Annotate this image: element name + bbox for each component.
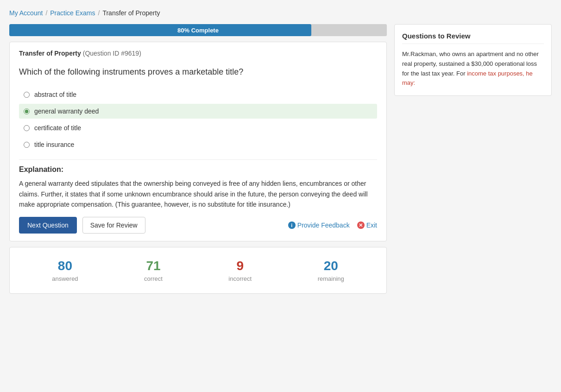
stats-card: 80 answered 71 correct 9 incorrect 20 re… — [9, 247, 387, 294]
question-text: Which of the following instruments prove… — [19, 66, 377, 78]
question-id: (Question ID #9619) — [83, 50, 141, 57]
breadcrumb-separator-1: / — [45, 9, 47, 17]
option-label-1[interactable]: abstract of title — [34, 91, 76, 98]
option-1[interactable]: abstract of title — [19, 87, 377, 102]
stat-incorrect-value: 9 — [228, 259, 252, 273]
explanation-text: A general warranty deed stipulates that … — [19, 178, 377, 209]
option-label-2[interactable]: general warranty deed — [34, 107, 99, 115]
right-panel: Questions to Review Mr.Rackman, who owns… — [394, 24, 552, 96]
stat-incorrect-label: incorrect — [228, 275, 252, 282]
review-card-title: Questions to Review — [402, 32, 544, 44]
stat-incorrect: 9 incorrect — [228, 259, 252, 282]
exit-icon: ✕ — [357, 221, 365, 229]
explanation-section: Explanation: A general warranty deed sti… — [19, 165, 377, 209]
info-icon: i — [288, 221, 296, 229]
action-right: i Provide Feedback ✕ Exit — [288, 221, 377, 229]
stat-remaining-label: remaining — [318, 275, 344, 282]
action-bar: Next Question Save for Review i Provide … — [19, 217, 377, 234]
option-radio-1[interactable] — [24, 92, 30, 98]
save-for-review-button[interactable]: Save for Review — [82, 217, 145, 234]
option-radio-4[interactable] — [24, 142, 30, 148]
option-radio-3[interactable] — [24, 125, 30, 131]
progress-bar-container: 80% Complete — [9, 24, 387, 36]
breadcrumb-current: Transfer of Property — [102, 9, 160, 17]
question-header: Transfer of Property (Question ID #9619) — [19, 50, 377, 61]
option-label-4[interactable]: title insurance — [34, 141, 74, 148]
stat-answered-label: answered — [52, 275, 78, 282]
exit-link[interactable]: ✕ Exit — [357, 221, 377, 229]
stat-remaining-value: 20 — [318, 259, 344, 273]
option-4[interactable]: title insurance — [19, 137, 377, 152]
feedback-label: Provide Feedback — [297, 221, 350, 229]
divider — [19, 159, 377, 160]
exit-label: Exit — [366, 221, 377, 229]
stat-answered-value: 80 — [52, 259, 78, 273]
progress-bar-fill — [9, 24, 311, 36]
review-card: Questions to Review Mr.Rackman, who owns… — [394, 24, 552, 96]
breadcrumb-separator-2: / — [98, 9, 100, 17]
breadcrumb-practice-exams[interactable]: Practice Exams — [50, 9, 95, 17]
stat-answered: 80 answered — [52, 259, 78, 282]
question-title: Transfer of Property — [19, 50, 81, 57]
option-radio-2[interactable] — [24, 108, 30, 114]
stat-correct-value: 71 — [144, 259, 163, 273]
option-3[interactable]: certificate of title — [19, 120, 377, 135]
review-item-text: Mr.Rackman, who owns an apartment and no… — [402, 50, 544, 88]
option-label-3[interactable]: certificate of title — [34, 124, 81, 132]
stat-correct: 71 correct — [144, 259, 163, 282]
stat-correct-label: correct — [144, 275, 163, 282]
provide-feedback-link[interactable]: i Provide Feedback — [288, 221, 350, 229]
options-list: abstract of title general warranty deed … — [19, 87, 377, 152]
next-question-button[interactable]: Next Question — [19, 217, 77, 234]
explanation-title: Explanation: — [19, 165, 377, 174]
breadcrumb: My Account / Practice Exams / Transfer o… — [9, 5, 552, 24]
option-2[interactable]: general warranty deed — [19, 104, 377, 119]
progress-label: 80% Complete — [177, 27, 219, 34]
breadcrumb-my-account[interactable]: My Account — [9, 9, 43, 17]
stat-remaining: 20 remaining — [318, 259, 344, 282]
question-card: Transfer of Property (Question ID #9619)… — [9, 42, 387, 241]
